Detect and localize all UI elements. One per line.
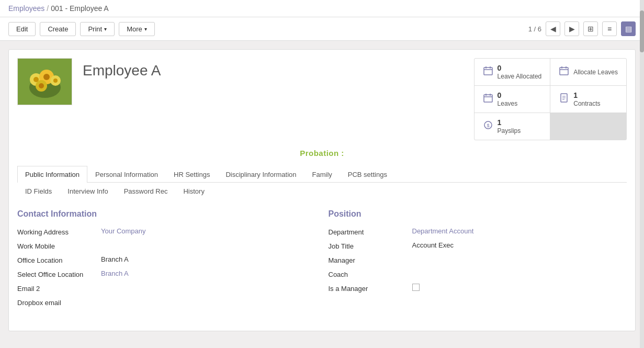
svg-point-9 — [39, 83, 44, 88]
is-manager-label: Is a Manager — [329, 284, 412, 293]
manager-label: Manager — [329, 255, 412, 264]
field-manager: Manager — [329, 255, 627, 264]
toolbar: Edit Create Print ▾ More ▾ 1 / 6 ◀ ▶ ⊞ ≡… — [0, 17, 644, 41]
next-record-button[interactable]: ▶ — [564, 21, 579, 36]
calendar-icon — [483, 65, 493, 78]
tab-public-information[interactable]: Public Information — [17, 166, 87, 183]
position-section: Position Department Department Account J… — [329, 209, 627, 312]
stat-leaves[interactable]: 0 Leaves — [474, 86, 550, 113]
svg-point-6 — [33, 77, 39, 82]
stat-contracts-label: Contracts — [573, 100, 600, 107]
employee-header: Employee A 0 Leave Allocated — [17, 58, 627, 140]
stat-payslips-text: 1 Payslips — [498, 118, 521, 134]
stat-leave-allocated-count: 0 — [498, 64, 542, 72]
print-label: Print — [88, 25, 102, 33]
breadcrumb: Employees / 001 - Employee A — [0, 0, 644, 17]
office-location-value: Branch A — [101, 255, 316, 263]
list-view-button[interactable]: ≡ — [602, 21, 617, 36]
employee-photo-svg — [18, 59, 72, 105]
breadcrumb-current: 001 - Employee A — [51, 4, 109, 13]
contact-section-title: Contact Information — [17, 209, 316, 219]
contact-section: Contact Information Working Address Your… — [17, 209, 316, 312]
employee-name-area: Employee A — [83, 58, 161, 79]
tab-history[interactable]: History — [175, 183, 212, 199]
employee-photo[interactable] — [17, 58, 72, 105]
content-grid: Contact Information Working Address Your… — [17, 199, 627, 322]
stat-contracts-count: 1 — [573, 91, 600, 99]
work-mobile-label: Work Mobile — [17, 241, 101, 250]
department-label: Department — [329, 227, 412, 236]
stat-leaves-count: 0 — [498, 91, 518, 99]
form-view-button[interactable]: ▤ — [621, 21, 636, 36]
edit-button[interactable]: Edit — [8, 22, 36, 36]
more-caret-icon: ▾ — [144, 26, 147, 32]
stat-payslips-count: 1 — [498, 118, 521, 127]
prev-record-button[interactable]: ◀ — [546, 21, 560, 36]
svg-rect-14 — [560, 68, 568, 75]
create-button[interactable]: Create — [40, 22, 76, 36]
stat-contracts[interactable]: 1 Contracts — [550, 86, 626, 113]
stat-contracts-text: 1 Contracts — [573, 91, 600, 107]
tab-password-rec[interactable]: Password Rec — [116, 183, 176, 199]
office-location-label: Office Location — [17, 255, 101, 264]
svg-rect-18 — [484, 95, 492, 102]
toolbar-right: 1 / 6 ◀ ▶ ⊞ ≡ ▤ — [528, 21, 636, 36]
print-button[interactable]: Print ▾ — [80, 22, 115, 36]
svg-point-8 — [53, 78, 58, 83]
field-coach: Coach — [329, 270, 627, 278]
field-job-title: Job Title Account Exec — [329, 241, 627, 250]
kanban-view-button[interactable]: ⊞ — [583, 21, 598, 36]
scrollbar-thumb[interactable] — [640, 10, 644, 52]
tab-family[interactable]: Family — [304, 166, 340, 183]
more-button[interactable]: More ▾ — [119, 22, 155, 36]
tab-pcb-settings[interactable]: PCB settings — [340, 166, 395, 183]
coach-label: Coach — [329, 270, 412, 278]
stats-area: 0 Leave Allocated Allocate Leaves — [474, 58, 627, 140]
tab-disciplinary-information[interactable]: Disciplinary Information — [218, 166, 304, 183]
job-title-label: Job Title — [329, 241, 412, 250]
is-manager-checkbox[interactable] — [412, 284, 420, 291]
field-select-office-location: Select Office Location Branch A — [17, 270, 316, 278]
calendar3-icon — [483, 93, 493, 106]
working-address-value[interactable]: Your Company — [101, 227, 316, 235]
stat-leave-allocated[interactable]: 0 Leave Allocated — [474, 59, 550, 85]
contract-icon — [559, 93, 569, 106]
email2-label: Email 2 — [17, 284, 101, 293]
stat-payslips-label: Payslips — [498, 127, 521, 134]
scrollbar[interactable] — [640, 0, 644, 340]
tab-personal-information[interactable]: Personal Information — [87, 166, 166, 183]
stat-allocate-leaves[interactable]: Allocate Leaves — [550, 59, 626, 85]
job-title-value: Account Exec — [412, 241, 627, 249]
field-working-address: Working Address Your Company — [17, 227, 316, 236]
dropbox-email-label: Dropbox email — [17, 298, 101, 307]
field-work-mobile: Work Mobile — [17, 241, 316, 250]
tabs-row-1: Public Information Personal Information … — [17, 166, 627, 183]
stat-allocate-leaves-text: Allocate Leaves — [573, 68, 618, 76]
status-badge: Probation : — [300, 149, 344, 158]
position-section-title: Position — [329, 209, 627, 219]
stat-leave-allocated-text: 0 Leave Allocated — [498, 64, 542, 80]
stat-leaves-label: Leaves — [498, 100, 518, 107]
field-is-manager: Is a Manager — [329, 284, 627, 293]
employee-photo-inner — [18, 59, 72, 105]
breadcrumb-link[interactable]: Employees — [8, 4, 44, 13]
stat-payslips[interactable]: $ 1 Payslips — [474, 113, 550, 140]
field-office-location: Office Location Branch A — [17, 255, 316, 264]
employee-name: Employee A — [83, 58, 161, 79]
stat-leave-allocated-label: Leave Allocated — [498, 73, 542, 80]
tab-hr-settings[interactable]: HR Settings — [166, 166, 218, 183]
tab-interview-info[interactable]: Interview Info — [60, 183, 116, 199]
calendar2-icon — [559, 65, 569, 78]
tab-id-fields[interactable]: ID Fields — [17, 183, 60, 199]
svg-point-7 — [43, 74, 50, 80]
print-caret-icon: ▾ — [104, 26, 107, 32]
more-label: More — [127, 25, 142, 33]
svg-text:$: $ — [487, 123, 489, 128]
status-area: Probation : — [17, 149, 627, 158]
select-office-location-value[interactable]: Branch A — [101, 270, 316, 277]
select-office-location-label: Select Office Location — [17, 270, 101, 278]
page-info: 1 / 6 — [528, 25, 541, 33]
main-content: Employee A 0 Leave Allocated — [0, 41, 644, 340]
department-value[interactable]: Department Account — [412, 227, 627, 235]
record-card: Employee A 0 Leave Allocated — [8, 49, 636, 331]
